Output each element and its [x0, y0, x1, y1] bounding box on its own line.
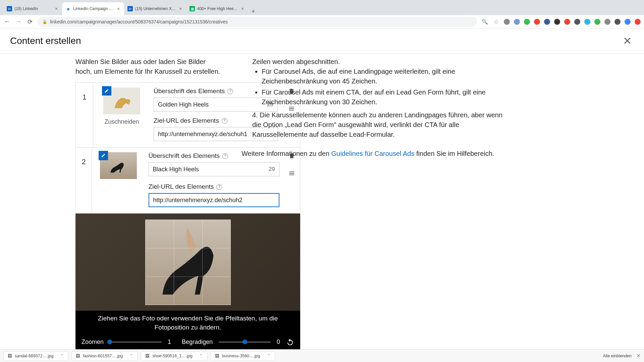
tab-favicon-icon: ◉ [65, 6, 71, 11]
tab-close-icon[interactable]: × [116, 6, 121, 11]
modal-title: Content erstellen [10, 36, 81, 46]
help-icon[interactable]: ? [222, 153, 228, 159]
browser-tab-strip: in(15) LinkedIn×◉LinkedIn Campaign Manag… [0, 0, 644, 15]
pencil-icon [104, 88, 109, 93]
tab-title: 400+ Free High Heels & Shoe… [197, 6, 238, 11]
star-icon[interactable]: ☆ [492, 18, 500, 25]
extension-icon[interactable] [544, 19, 550, 25]
crop-link[interactable]: Zuschneiden [104, 118, 139, 125]
chevron-up-icon[interactable]: ⌃ [199, 353, 203, 358]
tab-title: LinkedIn Campaign Manager [73, 6, 114, 11]
crop-selection[interactable]: + [145, 220, 231, 305]
url-text: linkedin.com/campaignmanager/account/508… [50, 19, 228, 24]
tab-title: (15) Unternehmen XYZ: Admin [135, 6, 176, 11]
browser-tab[interactable]: in(15) LinkedIn× [3, 2, 62, 15]
download-filename: fashion-601557….jpg [83, 354, 123, 358]
tab-title: (15) LinkedIn [14, 6, 52, 11]
tab-favicon-icon: in [127, 6, 133, 11]
extension-icon[interactable] [554, 19, 560, 25]
modal-header: Content erstellen ✕ [0, 28, 644, 54]
download-item[interactable]: 🖼shoe-590516_1….jpg⌃ [141, 351, 207, 361]
help-icon[interactable]: ? [222, 118, 227, 124]
crop-center-icon: + [186, 259, 190, 266]
download-item[interactable]: 🖼business-3560….jpg⌃ [211, 351, 275, 361]
browser-tab[interactable]: ▦400+ Free High Heels & Shoe…× [186, 2, 248, 15]
extension-icon[interactable] [614, 19, 621, 25]
extension-icon[interactable] [574, 19, 580, 25]
download-filename: sandal-669372….jpg [15, 354, 53, 358]
back-button[interactable]: ← [3, 18, 11, 25]
pencil-icon [101, 153, 106, 158]
edit-image-button[interactable] [102, 86, 111, 96]
zoom-label: Zoomen [82, 339, 104, 346]
tab-close-icon[interactable]: × [240, 6, 245, 11]
browser-tab[interactable]: ◉LinkedIn Campaign Manager× [62, 2, 124, 15]
golden-heel-icon [109, 92, 135, 110]
address-bar: ← → ⟳ 🔒 linkedin.com/campaignmanager/acc… [0, 15, 644, 28]
straighten-label: Begradigen [182, 339, 213, 346]
tab-favicon-icon: ▦ [190, 6, 195, 11]
chevron-up-icon[interactable]: ⌃ [60, 353, 64, 358]
browser-tab[interactable]: in(15) Unternehmen XYZ: Admin× [124, 2, 186, 15]
file-icon: 🖼 [145, 354, 150, 358]
extension-icon[interactable] [504, 19, 510, 25]
show-all-downloads[interactable]: Alle einblenden [603, 354, 632, 358]
downloads-bar: 🖼sandal-669372….jpg⌃🖼fashion-601557….jpg… [0, 349, 644, 362]
instruction-text: Wählen Sie Bilder aus oder laden Sie Bil… [75, 57, 235, 76]
file-icon: 🖼 [215, 354, 219, 358]
new-tab-button[interactable]: + [248, 8, 258, 15]
help-icon[interactable]: ? [227, 88, 233, 94]
chevron-up-icon[interactable]: ⌃ [129, 353, 133, 358]
extension-icon[interactable] [604, 19, 610, 25]
download-item[interactable]: 🖼fashion-601557….jpg⌃ [71, 351, 138, 361]
zoom-value: 1 [168, 339, 171, 346]
extension-icon[interactable] [564, 19, 570, 25]
lock-icon: 🔒 [42, 19, 47, 24]
black-heel-icon [106, 156, 131, 175]
help-icon[interactable]: ? [216, 184, 222, 190]
file-icon: 🖼 [76, 354, 80, 358]
tab-close-icon[interactable]: × [54, 6, 59, 11]
url-input[interactable]: 🔒 linkedin.com/campaignmanager/account/5… [38, 17, 477, 27]
download-item[interactable]: 🖼sandal-669372….jpg⌃ [3, 351, 68, 361]
help-text: Zeilen werden abgeschnitten. Für Carouse… [241, 57, 510, 159]
extension-icon[interactable] [594, 19, 600, 25]
extension-icon[interactable] [524, 19, 530, 25]
tab-favicon-icon: in [7, 6, 12, 11]
zoom-slider[interactable] [110, 342, 162, 343]
crop-stage[interactable]: + [75, 214, 300, 311]
close-downloads-bar[interactable]: ✕ [636, 353, 641, 359]
file-icon: 🖼 [8, 354, 12, 358]
tab-close-icon[interactable]: × [178, 6, 183, 11]
zoom-icon[interactable]: 🔍 [481, 18, 488, 25]
extension-icon[interactable] [625, 19, 631, 25]
extension-icon[interactable] [635, 19, 641, 25]
download-filename: shoe-590516_1….jpg [152, 354, 193, 358]
card-number: 1 [76, 83, 93, 147]
close-button[interactable]: ✕ [621, 34, 634, 48]
card-number: 2 [76, 147, 92, 213]
edit-image-button[interactable] [99, 151, 108, 160]
forward-button[interactable]: → [15, 18, 22, 25]
chevron-up-icon[interactable]: ⌃ [267, 353, 271, 358]
download-filename: business-3560….jpg [222, 354, 260, 358]
extension-icon[interactable] [534, 19, 540, 25]
guidelines-link[interactable]: Guidelines für Carousel Ads [331, 150, 415, 157]
reload-button[interactable]: ⟳ [26, 18, 34, 25]
extension-icon[interactable] [514, 19, 520, 25]
straighten-slider[interactable] [219, 342, 271, 343]
extension-icon[interactable] [584, 19, 590, 25]
